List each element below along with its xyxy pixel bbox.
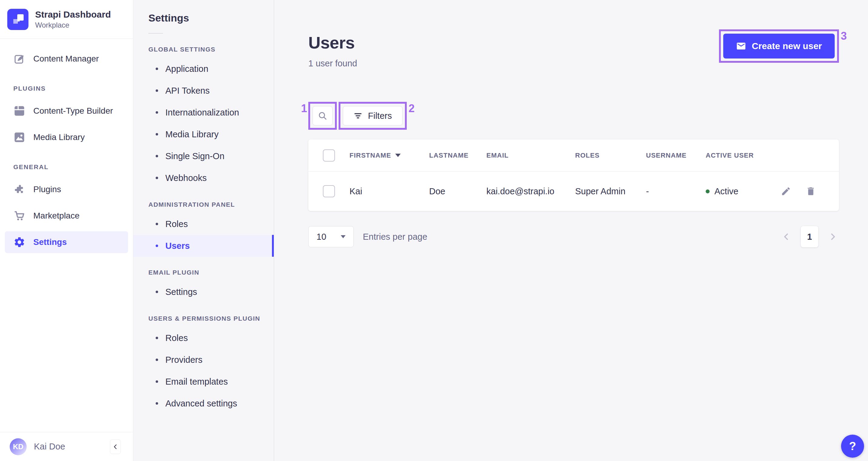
column-username: USERNAME: [646, 151, 706, 160]
subnav-item-label: API Tokens: [165, 86, 210, 96]
settings-gear-icon: [13, 236, 26, 248]
table-header-row: FIRSTNAME LASTNAME EMAIL ROLES USERNAME …: [308, 139, 839, 172]
subnav-item-webhooks[interactable]: Webhooks: [133, 167, 274, 189]
sidebar-footer: KD Kai Doe: [0, 432, 133, 461]
annotation-box-1: 1: [308, 102, 337, 130]
chevron-right-icon: [828, 232, 837, 241]
search-icon: [318, 111, 328, 121]
filter-icon: [353, 111, 363, 120]
table-row[interactable]: Kai Doe kai.doe@strapi.io Super Admin - …: [308, 172, 839, 211]
column-roles: ROLES: [575, 151, 646, 160]
subnav-item-up-advanced-settings[interactable]: Advanced settings: [133, 393, 274, 414]
bullet-icon: [156, 223, 158, 225]
chevron-left-icon: [782, 232, 791, 241]
subnav-item-label: Roles: [165, 333, 188, 343]
subnav-divider: [148, 33, 163, 34]
subnav-item-label: Advanced settings: [165, 399, 237, 409]
sidebar-item-media-library[interactable]: Media Library: [0, 126, 133, 148]
sidebar-item-content-manager[interactable]: Content Manager: [0, 48, 133, 70]
subnav-item-label: Providers: [165, 355, 203, 365]
subnav-item-email-settings[interactable]: Settings: [133, 281, 274, 303]
bullet-icon: [156, 402, 158, 405]
entries-per-page-value: 10: [316, 232, 326, 242]
subnav-item-label: Media Library: [165, 129, 219, 139]
trash-icon: [806, 186, 816, 196]
user-name: Kai Doe: [34, 441, 103, 452]
bullet-icon: [156, 380, 158, 383]
bullet-icon: [156, 177, 158, 179]
subnav-item-application[interactable]: Application: [133, 58, 274, 80]
main-sidebar: Strapi Dashboard Workplace Content Manag…: [0, 0, 133, 461]
workspace-header[interactable]: Strapi Dashboard Workplace: [0, 0, 133, 39]
edit-user-button[interactable]: [780, 186, 792, 197]
subnav-item-single-sign-on[interactable]: Single Sign-On: [133, 145, 274, 167]
cell-username: -: [646, 186, 706, 196]
help-button[interactable]: ?: [841, 435, 864, 458]
cell-lastname: Doe: [429, 186, 486, 196]
cell-roles: Super Admin: [575, 186, 646, 196]
previous-page-button[interactable]: [780, 231, 792, 243]
sidebar-item-content-type-builder[interactable]: Content-Type Builder: [0, 100, 133, 122]
sidebar-item-plugins[interactable]: Plugins: [0, 178, 133, 200]
sidebar-item-label: Marketplace: [33, 211, 80, 221]
bullet-icon: [156, 155, 158, 157]
annotation-box-2: 2 Filters: [339, 102, 407, 130]
users-table: FIRSTNAME LASTNAME EMAIL ROLES USERNAME …: [308, 139, 839, 211]
sidebar-item-label: Content Manager: [33, 54, 99, 64]
cell-firstname: Kai: [349, 186, 429, 196]
subnav-section-global-settings: GLOBAL SETTINGS: [133, 46, 274, 53]
subnav-item-up-providers[interactable]: Providers: [133, 349, 274, 371]
chevron-left-icon: [112, 443, 119, 450]
collapse-sidebar-button[interactable]: [110, 439, 121, 454]
entries-per-page-select[interactable]: 10: [308, 226, 354, 247]
bullet-icon: [156, 111, 158, 114]
search-button[interactable]: [313, 106, 333, 125]
bullet-icon: [156, 67, 158, 70]
subnav-item-label: Email templates: [165, 377, 228, 387]
subnav-item-label: Settings: [165, 287, 197, 297]
entries-per-page-label: Entries per page: [363, 232, 780, 242]
cell-active-user: Active: [706, 186, 780, 196]
subnav-title: Settings: [133, 12, 274, 24]
sidebar-item-label: Content-Type Builder: [33, 106, 113, 116]
sidebar-item-marketplace[interactable]: Marketplace: [0, 205, 133, 227]
envelope-icon: [736, 41, 746, 51]
annotation-label-3: 3: [841, 31, 847, 41]
column-email: EMAIL: [486, 151, 575, 160]
settings-subnav: Settings GLOBAL SETTINGS Application API…: [133, 0, 274, 461]
subnav-section-users-permissions-plugin: USERS & PERMISSIONS PLUGIN: [133, 315, 274, 322]
strapi-logo-icon: [7, 9, 28, 30]
sort-caret-icon[interactable]: [395, 154, 401, 157]
subnav-item-internationalization[interactable]: Internationalization: [133, 102, 274, 123]
pagination-bar: 10 Entries per page 1: [308, 226, 839, 247]
subnav-item-api-tokens[interactable]: API Tokens: [133, 80, 274, 102]
bullet-icon: [156, 337, 158, 339]
annotation-box-3: 3 Create new user: [719, 29, 839, 63]
pencil-icon: [781, 186, 791, 196]
subnav-section-administration-panel: ADMINISTRATION PANEL: [133, 201, 274, 208]
user-count-text: 1 user found: [308, 58, 357, 68]
sidebar-item-label: Settings: [33, 237, 67, 247]
plugins-icon: [13, 183, 26, 196]
sidebar-section-general: GENERAL: [0, 163, 133, 171]
subnav-item-label: Internationalization: [165, 108, 239, 118]
next-page-button[interactable]: [827, 231, 839, 243]
create-new-user-button[interactable]: Create new user: [723, 34, 835, 58]
subnav-item-admin-roles[interactable]: Roles: [133, 213, 274, 235]
media-library-icon: [13, 131, 26, 143]
subnav-section-email-plugin: EMAIL PLUGIN: [133, 269, 274, 276]
subnav-item-up-roles[interactable]: Roles: [133, 327, 274, 349]
page-number-1[interactable]: 1: [801, 226, 818, 247]
sidebar-section-plugins: PLUGINS: [0, 85, 133, 92]
row-checkbox[interactable]: [323, 185, 335, 197]
app-title: Strapi Dashboard: [35, 9, 111, 20]
subnav-item-admin-users[interactable]: Users: [133, 235, 274, 257]
filters-button[interactable]: Filters: [343, 106, 403, 125]
user-avatar[interactable]: KD: [10, 438, 27, 455]
subnav-item-media-library[interactable]: Media Library: [133, 123, 274, 145]
sidebar-item-settings[interactable]: Settings: [5, 231, 128, 253]
bullet-icon: [156, 358, 158, 361]
delete-user-button[interactable]: [805, 186, 816, 197]
select-all-checkbox[interactable]: [323, 149, 335, 162]
subnav-item-up-email-templates[interactable]: Email templates: [133, 371, 274, 393]
